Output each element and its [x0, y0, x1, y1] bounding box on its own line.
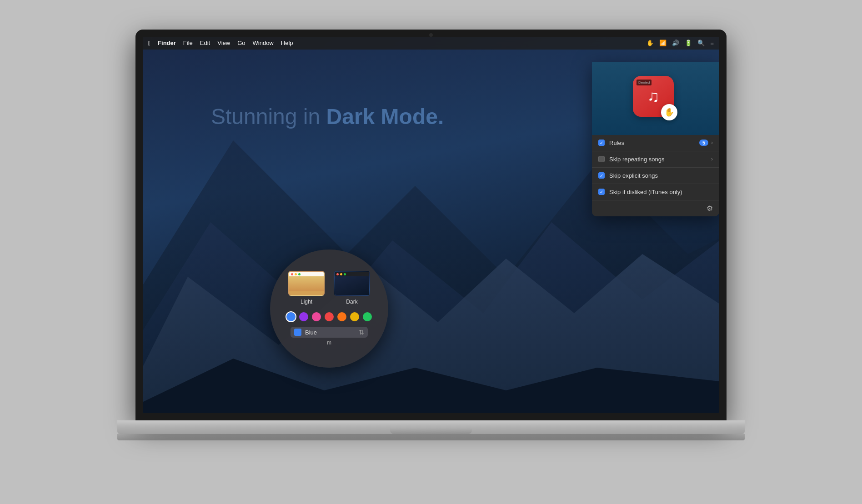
color-dots — [286, 312, 372, 321]
screen-bezel:  Finder File Edit View Go Window Help ✋… — [135, 30, 727, 420]
skip-disliked-row[interactable]: ✓ Skip if disliked (iTunes only) — [592, 184, 719, 200]
green-dot — [298, 273, 301, 275]
app-icon: Denied ♫ ✋ — [633, 76, 678, 121]
rules-menu-row[interactable]: ✓ Rules 5 › — [592, 135, 719, 151]
dark-mode-label: Dark — [346, 299, 357, 305]
orange-color-dot[interactable] — [337, 312, 346, 321]
menu-items-list: ✓ Rules 5 › Skip repeating songs › — [592, 135, 719, 200]
light-mode-preview — [288, 271, 325, 296]
menu-help[interactable]: Help — [281, 40, 293, 46]
denied-label: Denied — [636, 80, 652, 85]
dark-mode-option[interactable]: Dark — [334, 271, 370, 305]
menu-window[interactable]: Window — [253, 40, 274, 46]
app-icon-background: Denied ♫ ✋ — [633, 76, 674, 117]
menubar-right: ✋ 📶 🔊 🔋 🔍 ≡ — [646, 40, 714, 46]
volume-icon: 🔊 — [672, 40, 679, 46]
menu-file[interactable]: File — [183, 40, 193, 46]
blue-color-dot[interactable] — [286, 312, 296, 321]
camera — [429, 33, 433, 37]
skip-repeating-checkbox[interactable] — [598, 156, 605, 162]
pink-color-dot[interactable] — [312, 312, 321, 321]
rules-checkbox[interactable]: ✓ — [598, 140, 605, 146]
app-icon-area: Denied ♫ ✋ — [592, 62, 719, 135]
laptop-foot — [117, 434, 745, 440]
yellow-dot-dark — [340, 273, 342, 275]
appearance-modes: Light Da — [288, 271, 370, 305]
color-select-row[interactable]: Blue ⇅ — [291, 327, 368, 338]
desktop-headline: Stunning in Dark Mode. — [211, 104, 444, 129]
skip-explicit-row[interactable]: ✓ Skip explicit songs — [592, 168, 719, 184]
music-note-icon: ♫ — [647, 87, 660, 106]
skip-repeating-row[interactable]: Skip repeating songs › — [592, 151, 719, 168]
green-color-dot[interactable] — [363, 312, 372, 321]
appearance-picker[interactable]: Light Da — [270, 250, 388, 368]
yellow-color-dot[interactable] — [350, 312, 359, 321]
screen:  Finder File Edit View Go Window Help ✋… — [143, 37, 719, 413]
menu-footer: ⚙ — [592, 200, 719, 216]
light-mode-bar — [289, 272, 324, 276]
hand-icon: ✋ — [646, 40, 654, 46]
menubar-left:  Finder File Edit View Go Window Help — [148, 40, 293, 47]
rules-badge: 5 — [699, 140, 708, 146]
laptop-base — [117, 420, 745, 434]
hinge-notch — [390, 428, 472, 434]
green-dot-dark — [344, 273, 346, 275]
menu-edit[interactable]: Edit — [200, 40, 210, 46]
headline-bold: Dark Mode. — [326, 105, 444, 129]
skip-disliked-label: Skip if disliked (iTunes only) — [609, 189, 713, 195]
menubar:  Finder File Edit View Go Window Help ✋… — [143, 37, 719, 50]
gear-settings-icon[interactable]: ⚙ — [707, 204, 713, 213]
light-mode-option[interactable]: Light — [288, 271, 325, 305]
red-dot — [291, 273, 293, 275]
skip-explicit-label: Skip explicit songs — [609, 172, 713, 179]
color-swatch — [294, 329, 301, 336]
red-dot-dark — [336, 273, 339, 275]
yellow-dot — [295, 273, 297, 275]
rules-arrow-icon: › — [711, 140, 713, 146]
laptop-container:  Finder File Edit View Go Window Help ✋… — [113, 30, 749, 475]
dark-mode-bar — [335, 272, 369, 276]
skip-repeating-label: Skip repeating songs — [609, 156, 711, 163]
hand-stop-icon: ✋ — [661, 104, 677, 120]
headline-part1: Stunning in — [211, 105, 326, 129]
apple-logo-icon[interactable]:  — [148, 40, 150, 47]
app-panel: Denied ♫ ✋ ✓ Rules 5 › — [592, 62, 719, 216]
stepper-icon[interactable]: ⇅ — [359, 329, 364, 336]
menu-finder[interactable]: Finder — [158, 40, 176, 46]
purple-color-dot[interactable] — [299, 312, 308, 321]
skip-explicit-checkbox[interactable]: ✓ — [598, 172, 605, 179]
search-icon[interactable]: 🔍 — [697, 40, 705, 46]
skip-repeating-arrow-icon: › — [711, 156, 713, 162]
red-color-dot[interactable] — [325, 312, 334, 321]
menu-view[interactable]: View — [217, 40, 230, 46]
color-select-label: Blue — [305, 329, 355, 336]
battery-icon: 🔋 — [685, 40, 692, 46]
wifi-icon: 📶 — [659, 40, 667, 46]
menu-go[interactable]: Go — [237, 40, 245, 46]
menu-list-icon[interactable]: ≡ — [710, 40, 714, 46]
light-mode-label: Light — [301, 299, 312, 305]
skip-disliked-checkbox[interactable]: ✓ — [598, 189, 605, 195]
rules-label: Rules — [609, 140, 699, 146]
desktop-background: Stunning in Dark Mode. Denied ♫ ✋ — [143, 50, 719, 413]
dark-mode-preview — [334, 271, 370, 296]
partial-text: m — [327, 339, 331, 346]
